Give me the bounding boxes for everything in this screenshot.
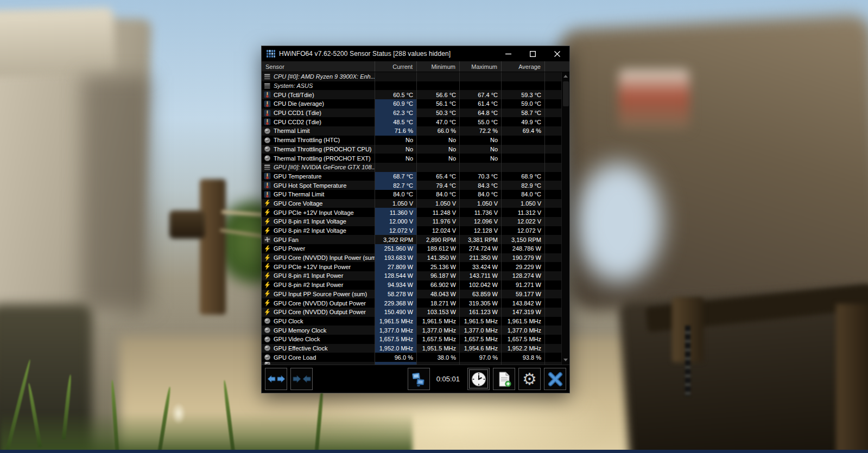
sensor-name-cell: GPU Effective Clock: [262, 344, 375, 353]
bolt-icon: [264, 282, 271, 289]
cell-maximum: 1,954.6 MHz: [460, 344, 502, 353]
filler-cell: [545, 81, 561, 91]
report-button[interactable]: [493, 368, 515, 390]
cell-average: 1,961.5 MHz: [502, 317, 545, 326]
collapse-columns-icon: [293, 375, 311, 383]
table-row[interactable]: GPU 8-pin #2 Input Voltage12.072 V12.024…: [262, 226, 561, 235]
chip-icon: [264, 73, 271, 80]
scroll-down-icon[interactable]: [563, 359, 568, 361]
table-row[interactable]: GPU Power251.960 W189.612 W274.724 W248.…: [262, 244, 561, 253]
table-row[interactable]: GPU Thermal Limit84.0 °C84.0 °C84.0 °C84…: [262, 190, 561, 199]
table-row[interactable]: CPU CCD1 (Tdie)62.3 °C50.3 °C64.8 °C58.7…: [262, 109, 561, 118]
scrollbar-thumb[interactable]: [563, 81, 569, 106]
table-row[interactable]: GPU Video Clock1,657.5 MHz1,657.5 MHz1,6…: [262, 335, 561, 344]
sensor-label: GPU Memory Clock: [274, 327, 326, 334]
table-row[interactable]: GPU PCIe +12V Input Power27.809 W25.136 …: [262, 262, 561, 271]
cell-average: [502, 72, 545, 81]
cell-minimum: [417, 81, 460, 91]
sensor-label: System: ASUS: [274, 82, 313, 89]
column-header-maximum[interactable]: Maximum: [460, 61, 502, 72]
table-row[interactable]: GPU Fan3,292 RPM2,890 RPM3,381 RPM3,150 …: [262, 235, 561, 244]
gauge-icon: [264, 317, 271, 324]
scroll-up-icon[interactable]: [563, 75, 568, 78]
cell-minimum: 11.976 V: [417, 217, 460, 226]
cell-average: 49.9 °C: [502, 117, 545, 126]
minimize-button[interactable]: [496, 46, 521, 61]
sensor-name-cell: CPU [#0]: AMD Ryzen 9 3900X: Enh...: [262, 72, 375, 81]
table-row[interactable]: GPU Clock1,961.5 MHz1,961.5 MHz1,961.5 M…: [262, 317, 561, 326]
table-row[interactable]: GPU PCIe +12V Input Voltage11.360 V11.24…: [262, 208, 561, 217]
cell-current: 1,377.0 MHz: [375, 326, 417, 335]
table-row[interactable]: [262, 362, 561, 365]
cell-current: 60.9 °C: [375, 99, 417, 109]
title-bar[interactable]: HWiNFO64 v7.62-5200 Sensor Status [288 v…: [262, 46, 569, 61]
cell-current: No: [375, 136, 417, 145]
maximize-button[interactable]: [521, 46, 545, 61]
cell-current: 58.278 W: [375, 290, 417, 299]
close-button[interactable]: [545, 46, 569, 61]
gauge-icon: [264, 336, 271, 343]
table-row[interactable]: CPU (Tctl/Tdie)60.5 °C56.6 °C67.4 °C59.3…: [262, 90, 561, 99]
column-header-average[interactable]: Average: [502, 61, 545, 72]
sensor-name-cell: GPU Fan: [262, 235, 375, 244]
column-header-current[interactable]: Current: [375, 61, 417, 72]
bolt-icon: [264, 218, 271, 225]
sensor-name-cell: GPU Temperature: [262, 172, 375, 181]
table-row[interactable]: CPU Die (average)60.9 °C56.1 °C61.4 °C59…: [262, 99, 561, 109]
table-row[interactable]: GPU Input PP Source Power (sum)58.278 W4…: [262, 290, 561, 299]
cell-average: 82.9 °C: [502, 181, 545, 190]
table-row[interactable]: GPU Core (NVVDD) Output Power229.368 W18…: [262, 298, 561, 308]
filler-cell: [545, 344, 561, 353]
sensor-label: GPU 8-pin #1 Input Power: [274, 272, 343, 279]
gauge-icon: [264, 344, 271, 352]
settings-button[interactable]: ⚙: [518, 368, 541, 390]
table-row[interactable]: GPU Temperature68.7 °C65.4 °C70.3 °C68.9…: [262, 172, 561, 181]
cell-current: 150.490 W: [375, 308, 417, 317]
table-row[interactable]: GPU Effective Clock1,952.0 MHz1,951.5 MH…: [262, 344, 561, 353]
table-row[interactable]: CPU [#0]: AMD Ryzen 9 3900X: Enh...: [262, 72, 561, 81]
table-row[interactable]: GPU [#0]: NVIDIA GeForce GTX 108...: [262, 163, 561, 172]
table-row[interactable]: Thermal Throttling (PROCHOT CPU)NoNoNo: [262, 145, 561, 154]
expand-columns-button[interactable]: [265, 368, 287, 390]
table-row[interactable]: GPU 8-pin #2 Input Power94.934 W66.902 W…: [262, 280, 561, 290]
table-row[interactable]: CPU CCD2 (Tdie)48.5 °C47.0 °C55.0 °C49.9…: [262, 117, 561, 126]
sensor-name-cell: GPU PCIe +12V Input Voltage: [262, 208, 375, 217]
table-row[interactable]: GPU Core (NVVDD) Output Power150.490 W10…: [262, 308, 561, 317]
thermometer-icon: [264, 191, 271, 198]
cell-minimum: 1,961.5 MHz: [417, 317, 460, 326]
sensor-name-cell: GPU Core Voltage: [262, 199, 375, 208]
column-header-minimum[interactable]: Minimum: [417, 61, 460, 72]
cell-current: 82.7 °C: [375, 181, 417, 190]
table-row[interactable]: GPU 8-pin #1 Input Power128.544 W96.187 …: [262, 271, 561, 280]
exit-button[interactable]: [544, 368, 566, 390]
cell-current: 27.809 W: [375, 262, 417, 271]
remote-monitoring-button[interactable]: [408, 368, 430, 390]
column-header-sensor[interactable]: Sensor: [262, 61, 375, 72]
vertical-scrollbar[interactable]: [561, 72, 569, 365]
clock-button[interactable]: [467, 368, 490, 390]
collapse-columns-button[interactable]: [290, 368, 313, 390]
cell-average: [502, 362, 545, 365]
filler-cell: [545, 308, 561, 317]
table-row[interactable]: GPU Hot Spot Temperature82.7 °C79.4 °C84…: [262, 181, 561, 190]
table-row[interactable]: GPU 8-pin #1 Input Voltage12.000 V11.976…: [262, 217, 561, 226]
table-row[interactable]: System: ASUS: [262, 81, 561, 91]
cell-maximum: 84.0 °C: [460, 190, 502, 199]
cell-average: 248.786 W: [502, 244, 545, 253]
filler-cell: [545, 90, 561, 99]
table-row[interactable]: Thermal Throttling (PROCHOT EXT)NoNoNo: [262, 154, 561, 163]
table-row[interactable]: Thermal Limit71.6 %66.0 %72.2 %69.4 %: [262, 126, 561, 136]
filler-cell: [545, 145, 561, 154]
table-row[interactable]: GPU Core (NVVDD) Input Power (sum)193.68…: [262, 253, 561, 263]
table-row[interactable]: GPU Memory Clock1,377.0 MHz1,377.0 MHz1,…: [262, 326, 561, 335]
sensor-label: GPU Clock: [274, 318, 303, 324]
table-row[interactable]: Thermal Throttling (HTC)NoNoNo: [262, 136, 561, 145]
table-row[interactable]: GPU Core Load96.0 %38.0 %97.0 %93.8 %: [262, 353, 561, 362]
table-row[interactable]: GPU Core Voltage1.050 V1.050 V1.050 V1.0…: [262, 199, 561, 208]
sensor-name-cell: GPU Thermal Limit: [262, 190, 375, 199]
sensor-name-cell: GPU Video Clock: [262, 335, 375, 344]
filler-cell: [545, 253, 561, 263]
cell-maximum: No: [460, 145, 502, 154]
cell-current: 12.000 V: [375, 217, 417, 226]
filler-cell: [545, 298, 561, 308]
